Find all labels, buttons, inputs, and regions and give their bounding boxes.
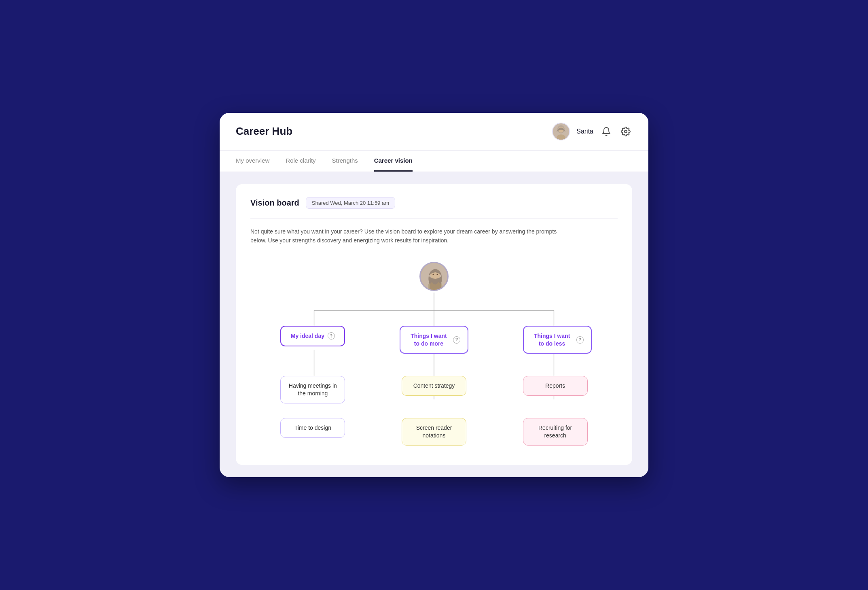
- meetings-label: Having meetings in the morning: [289, 382, 337, 397]
- svg-point-27: [437, 274, 438, 275]
- avatar-image: [553, 123, 569, 140]
- do-more-label: Things I want to do more: [408, 332, 450, 347]
- child-reports[interactable]: Reports: [523, 376, 588, 396]
- tab-career-vision[interactable]: Career vision: [374, 151, 413, 172]
- notification-button[interactable]: [600, 125, 613, 138]
- center-avatar-image: [421, 263, 447, 290]
- header-right: Sarita: [552, 123, 632, 140]
- child-recruiting[interactable]: Recruiting for research: [523, 418, 588, 446]
- vision-board-header: Vision board Shared Wed, March 20 11:59 …: [250, 197, 618, 209]
- user-name: Sarita: [576, 128, 593, 135]
- screen-reader-label: Screen reader notations: [416, 424, 452, 439]
- avatar[interactable]: [552, 123, 570, 140]
- gear-icon: [621, 127, 631, 136]
- category-do-more[interactable]: Things I want to do more ?: [400, 326, 468, 353]
- content-strategy-label: Content strategy: [413, 382, 455, 389]
- child-content-strategy[interactable]: Content strategy: [402, 376, 466, 396]
- category-do-less[interactable]: Things I want to do less ?: [523, 326, 592, 353]
- vision-diagram: My ideal day ? Having meetings in the mo…: [250, 258, 618, 452]
- shared-badge: Shared Wed, March 20 11:59 am: [306, 197, 395, 209]
- app-title: Career Hub: [236, 125, 292, 138]
- ideal-day-label: My ideal day: [291, 332, 324, 340]
- do-less-help-icon[interactable]: ?: [576, 336, 584, 344]
- vision-board-title: Vision board: [250, 198, 299, 208]
- tab-my-overview[interactable]: My overview: [236, 151, 269, 172]
- svg-point-3: [557, 134, 565, 140]
- child-screen-reader[interactable]: Screen reader notations: [402, 418, 466, 446]
- tab-strengths[interactable]: Strengths: [332, 151, 358, 172]
- settings-button[interactable]: [619, 125, 632, 138]
- child-design[interactable]: Time to design: [280, 418, 345, 438]
- center-avatar: [419, 262, 449, 291]
- reports-label: Reports: [545, 382, 565, 389]
- description-text: Not quite sure what you want in your car…: [250, 227, 574, 245]
- avatar-svg: [553, 123, 569, 140]
- bell-icon: [601, 127, 611, 136]
- svg-point-26: [433, 274, 434, 275]
- header: Career Hub: [220, 113, 648, 151]
- header-divider: [250, 219, 618, 219]
- center-person-svg: [421, 263, 447, 290]
- design-label: Time to design: [294, 424, 331, 431]
- category-my-ideal-day[interactable]: My ideal day ?: [280, 326, 345, 346]
- tab-role-clarity[interactable]: Role clarity: [286, 151, 315, 172]
- recruiting-label: Recruiting for research: [538, 424, 572, 439]
- child-meetings[interactable]: Having meetings in the morning: [280, 376, 345, 403]
- diagram-nodes: My ideal day ? Having meetings in the mo…: [250, 258, 618, 452]
- do-less-label: Things I want to do less: [531, 332, 573, 347]
- nav-tabs: My overview Role clarity Strengths Caree…: [220, 151, 648, 172]
- main-content: Vision board Shared Wed, March 20 11:59 …: [220, 172, 648, 478]
- do-more-help-icon[interactable]: ?: [453, 336, 460, 344]
- vision-board-card: Vision board Shared Wed, March 20 11:59 …: [236, 184, 632, 465]
- ideal-day-help-icon[interactable]: ?: [328, 332, 335, 340]
- svg-point-4: [625, 130, 627, 133]
- app-container: Career Hub: [220, 113, 648, 478]
